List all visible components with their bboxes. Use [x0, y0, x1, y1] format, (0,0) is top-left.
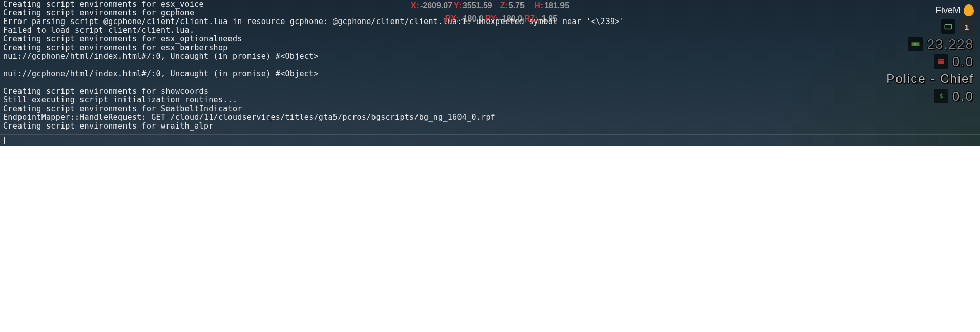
- bank-icon: [934, 54, 948, 69]
- brand-label: FiveM: [935, 5, 961, 16]
- console-line: nui://gcphone/html/index.html#/:0, Uncau…: [0, 52, 980, 61]
- console-line: Error parsing script @gcphone/client/cli…: [0, 17, 980, 26]
- hud-job-label: Police - Chief: [886, 73, 974, 85]
- svg-text:$: $: [939, 93, 943, 100]
- snail-icon: [964, 4, 974, 16]
- brand: FiveM: [935, 4, 974, 16]
- id-icon: [941, 19, 955, 34]
- console-line: Failed to load script client/client.lua.: [0, 26, 980, 35]
- blackmoney-icon: $: [934, 89, 948, 103]
- console-line: Creating script environments for esx_bar…: [0, 44, 980, 52]
- console-line: EndpointMapper::HandleRequest: GET /clou…: [0, 113, 980, 122]
- console-line: Creating script environments for wraith_…: [0, 122, 980, 131]
- hud-cash-value: 23,228: [927, 37, 974, 51]
- hud-panel: 1 23,228 0.0 Police - Chief $ 0.0: [886, 19, 974, 103]
- console-divider: [0, 134, 980, 135]
- console-output[interactable]: Creating script environments for esx_voi…: [0, 0, 980, 133]
- console-line: Creating script environments for esx_opt…: [0, 35, 980, 44]
- console-input[interactable]: [0, 136, 980, 146]
- hud-bank-row: 0.0: [934, 54, 974, 69]
- console-line: Creating script environments for Seatbel…: [0, 105, 980, 113]
- hud-id-row: 1: [941, 19, 974, 34]
- hud-cash-row: 23,228: [908, 37, 974, 51]
- console-line: Still executing script initialization ro…: [0, 96, 980, 105]
- svg-rect-0: [945, 25, 952, 29]
- hud-blackmoney-row: $ 0.0: [934, 89, 974, 103]
- svg-point-2: [914, 43, 917, 46]
- console-line: Creating script environments for showcoo…: [0, 87, 980, 96]
- hud-blackmoney-value: 0.0: [952, 90, 974, 103]
- console-line: Creating script environments for esx_voi…: [0, 0, 980, 9]
- console-line: nui://gcphone/html/index.html#/:0, Uncau…: [0, 70, 980, 78]
- console-line: [0, 78, 980, 87]
- input-caret: [4, 137, 5, 144]
- hud-id-value: 1: [960, 19, 974, 34]
- hud-bank-value: 0.0: [952, 55, 974, 68]
- console-line: Creating script environments for gcphone: [0, 9, 980, 17]
- cash-icon: [908, 37, 923, 51]
- game-viewport: X:-2609.07 Y:3551.59 Z:5.75 H:181.95 RX:…: [0, 0, 980, 146]
- console-line: [0, 61, 980, 70]
- svg-rect-4: [938, 60, 944, 61]
